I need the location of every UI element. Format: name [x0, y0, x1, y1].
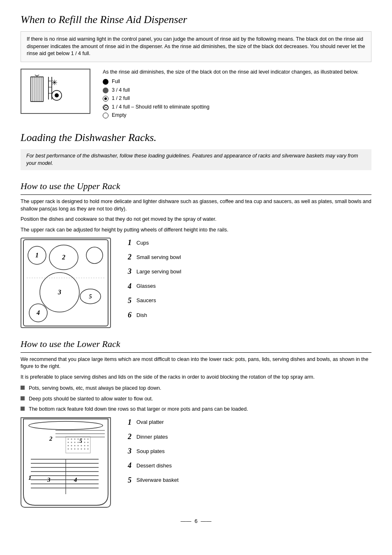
lower-rack-bullet-list: Pots, serving bowls, etc, must always be… [21, 385, 371, 413]
lower-rack-item-list: 1 Oval platter 2 Dinner plates 3 Soup pl… [123, 417, 179, 490]
upper-rack-body-1: The upper rack is designed to hold more … [21, 198, 371, 213]
rinse-aid-info-text: If there is no rinse aid warning light i… [27, 36, 365, 56]
upper-rack-svg: 1 2 3 4 5 [23, 239, 109, 327]
upper-item-1-label: Cups [136, 239, 149, 247]
svg-point-57 [68, 449, 69, 450]
loading-title: Loading the Dishwasher Racks. [21, 130, 371, 145]
loading-note: For best performance of the dishwasher, … [21, 149, 371, 170]
upper-item-1-num: 1 [123, 238, 131, 248]
upper-rack-diagram: 1 2 3 4 5 [21, 238, 111, 328]
lower-item-2: 2 Dinner plates [123, 432, 179, 442]
svg-point-16 [106, 107, 107, 108]
svg-text:3: 3 [58, 289, 61, 296]
upper-rack-content: 1 2 3 4 5 1 [21, 238, 371, 328]
lower-item-5-label: Silverware basket [136, 476, 179, 484]
lower-rack-body-2: It is preferable to place serving dishes… [21, 374, 371, 381]
lower-item-4: 4 Dessert dishes [123, 460, 179, 471]
rinse-diagram-svg: ✳ [29, 75, 82, 108]
lower-bullet-1: Pots, serving bowls, etc, must always be… [21, 385, 371, 392]
lower-item-2-num: 2 [123, 432, 131, 442]
lower-item-1-num: 1 [123, 417, 131, 428]
upper-item-3-label: Large serving bowl [136, 268, 181, 275]
lower-item-4-num: 4 [123, 460, 131, 471]
upper-item-5: 5 Saucers [123, 296, 181, 306]
svg-point-44 [71, 442, 72, 443]
lower-bullet-1-text: Pots, serving bowls, etc, must always be… [29, 385, 161, 392]
lower-rack-content: 1 2 [21, 417, 371, 508]
svg-point-42 [88, 439, 89, 440]
svg-point-14 [55, 93, 59, 97]
lower-rack-body-1: We recommend that you place large items … [21, 356, 371, 370]
upper-item-6: 6 Dish [123, 310, 181, 320]
lower-item-1-label: Oval platter [136, 419, 164, 426]
upper-item-2-num: 2 [123, 252, 131, 262]
quarter-label: 1 / 4 full – Should refill to eliminate … [112, 104, 210, 111]
bullet-icon-2 [21, 396, 25, 400]
svg-text:5: 5 [79, 438, 82, 444]
svg-point-62 [84, 449, 85, 450]
upper-item-numbered-list: 1 Cups 2 Small serving bowl 3 Large serv… [123, 238, 181, 320]
svg-point-51 [71, 445, 72, 446]
svg-marker-6 [33, 75, 41, 76]
svg-point-48 [84, 442, 85, 443]
dot-empty: Empty [103, 112, 371, 119]
upper-item-3: 3 Large serving bowl [123, 266, 181, 277]
upper-item-1: 1 Cups [123, 238, 181, 248]
quarter-dot-icon [103, 104, 108, 110]
svg-point-52 [74, 445, 76, 446]
svg-point-58 [71, 449, 72, 450]
three-quarter-label: 3 / 4 full [112, 87, 130, 94]
svg-point-55 [84, 445, 85, 446]
rinse-aid-diagram: ✳ [21, 69, 90, 114]
lower-bullet-2: Deep pots should be slanted to allow wat… [21, 395, 371, 403]
svg-point-43 [68, 442, 69, 443]
lower-rack-diagram: 1 2 [21, 417, 111, 508]
lower-rack-svg: 1 2 [23, 418, 109, 506]
upper-item-2: 2 Small serving bowl [123, 252, 181, 262]
bullet-icon-1 [21, 386, 25, 390]
svg-point-38 [74, 439, 76, 440]
upper-item-4: 4 Glasses [123, 281, 181, 291]
rinse-aid-title: When to Refill the Rinse Aid Dispenser [21, 12, 371, 27]
svg-text:1: 1 [35, 252, 39, 259]
svg-point-24 [86, 247, 103, 264]
dot-full: Full [103, 78, 371, 86]
dot-half: 1 / 2 full [103, 95, 371, 102]
lower-item-1: 1 Oval platter [123, 417, 179, 428]
svg-point-45 [74, 442, 76, 443]
lower-item-5-num: 5 [123, 475, 131, 486]
indicator-intro: As the rinse aid diminishes, the size of… [103, 69, 371, 76]
svg-point-63 [88, 449, 89, 450]
svg-point-60 [78, 449, 79, 450]
dot-quarter: 1 / 4 full – Should refill to eliminate … [103, 104, 371, 111]
rinse-aid-content: ✳ As the rinse aid diminishes, the size … [21, 69, 371, 120]
svg-point-56 [88, 445, 89, 446]
lower-item-numbered-list: 1 Oval platter 2 Dinner plates 3 Soup pl… [123, 417, 179, 486]
empty-dot-icon [103, 113, 108, 118]
upper-item-4-num: 4 [123, 281, 131, 291]
lower-item-3-label: Soup plates [136, 448, 165, 455]
svg-point-53 [78, 445, 79, 446]
upper-item-6-label: Dish [136, 312, 147, 319]
svg-text:5: 5 [89, 294, 92, 300]
upper-item-5-num: 5 [123, 296, 131, 306]
svg-point-54 [81, 445, 82, 446]
rinse-aid-info-box: If there is no rinse aid warning light i… [21, 31, 371, 62]
upper-item-6-num: 6 [123, 310, 131, 320]
lower-bullet-3-text: The bottom rack feature fold down tine r… [29, 406, 248, 413]
upper-rack-body-2: Position the dishes and cookware so that… [21, 216, 371, 223]
lower-bullet-2-text: Deep pots should be slanted to allow wat… [29, 395, 153, 403]
bullet-icon-3 [21, 407, 25, 411]
half-label: 1 / 2 full [112, 95, 130, 102]
svg-text:4: 4 [74, 476, 77, 483]
upper-item-5-label: Saucers [136, 297, 156, 304]
svg-point-37 [71, 439, 72, 440]
upper-rack-section: How to use the Upper Rack The upper rack… [21, 180, 371, 328]
svg-point-76 [29, 421, 103, 430]
empty-label: Empty [112, 112, 126, 119]
dot-three-quarter: 3 / 4 full [103, 87, 371, 94]
upper-item-4-label: Glasses [136, 282, 156, 290]
upper-rack-title: How to use the Upper Rack [21, 180, 371, 195]
lower-item-3: 3 Soup plates [123, 446, 179, 456]
lower-item-4-label: Dessert dishes [136, 462, 172, 469]
